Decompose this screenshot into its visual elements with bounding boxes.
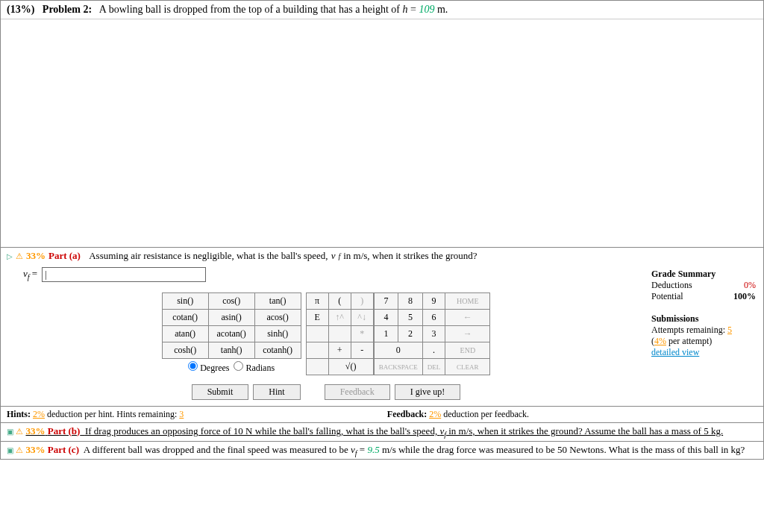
feedback-button[interactable]: Feedback <box>325 384 390 400</box>
key-5[interactable]: 5 <box>398 310 423 326</box>
problem-percent: (13%) <box>7 4 34 15</box>
part-a-label: Part (a) <box>48 250 81 262</box>
key-2[interactable]: 2 <box>398 326 423 342</box>
warning-icon: ⚠ <box>16 445 23 454</box>
key-dot[interactable]: . <box>422 342 445 359</box>
grade-title: Grade Summary <box>651 269 756 280</box>
key-e[interactable]: E <box>306 310 328 326</box>
key-blank1 <box>306 326 328 342</box>
key-cosh[interactable]: cosh() <box>162 342 208 359</box>
answer-input[interactable] <box>42 267 206 282</box>
key-left[interactable]: ← <box>445 310 490 326</box>
number-keypad: 789HOME 456← 123→ 0.END BACKSPACEDELCLEA… <box>374 292 491 375</box>
key-backspace[interactable]: BACKSPACE <box>374 359 422 375</box>
key-right[interactable]: → <box>445 326 490 342</box>
key-9[interactable]: 9 <box>422 293 445 310</box>
key-cotan[interactable]: cotan() <box>162 310 208 326</box>
collapse-icon[interactable]: ▣ <box>7 428 13 436</box>
key-acotan[interactable]: acotan() <box>208 326 254 342</box>
radians-radio[interactable]: Radians <box>234 363 275 373</box>
collapse-icon[interactable]: ▣ <box>7 446 13 454</box>
symbol-keypad: π() E↑^^↓ * +- √() <box>306 292 374 375</box>
key-sin[interactable]: sin() <box>162 293 208 310</box>
key-mult[interactable]: * <box>351 326 373 342</box>
warning-icon: ⚠ <box>16 251 23 261</box>
key-plus[interactable]: + <box>328 342 351 359</box>
expand-icon[interactable]: ▷ <box>7 252 13 260</box>
giveup-button[interactable]: I give up! <box>395 384 461 400</box>
grade-summary: Grade Summary Deductions0% Potential100%… <box>651 264 763 406</box>
key-cos[interactable]: cos() <box>208 293 254 310</box>
key-home[interactable]: HOME <box>445 293 490 310</box>
key-atan[interactable]: atan() <box>162 326 208 342</box>
problem-var: h <box>403 4 408 15</box>
key-sqrt[interactable]: √() <box>328 359 373 375</box>
key-end[interactable]: END <box>445 342 490 359</box>
hint-button[interactable]: Hint <box>253 384 300 400</box>
key-1[interactable]: 1 <box>374 326 398 342</box>
part-a-header: ▷ ⚠ 33% Part (a) Assuming air resistance… <box>1 248 763 264</box>
key-6[interactable]: 6 <box>422 310 445 326</box>
problem-text: A bowling ball is dropped from the top o… <box>99 4 403 15</box>
key-asin[interactable]: asin() <box>208 310 254 326</box>
key-lparen[interactable]: ( <box>328 293 351 310</box>
key-blank3 <box>306 359 328 375</box>
key-pi[interactable]: π <box>306 293 328 310</box>
key-acos[interactable]: acos() <box>254 310 301 326</box>
detailed-view-link[interactable]: detailed view <box>651 347 756 358</box>
degrees-radio[interactable]: Degrees <box>188 363 229 373</box>
key-supup[interactable]: ↑^ <box>328 310 351 326</box>
problem-label: Problem 2: <box>43 4 92 15</box>
key-3[interactable]: 3 <box>422 326 445 342</box>
problem-header: (13%) Problem 2: A bowling ball is dropp… <box>1 1 763 19</box>
part-c-row[interactable]: ▣ ⚠ 33% Part (c) A different ball was dr… <box>1 441 763 460</box>
warning-icon: ⚠ <box>16 427 23 436</box>
part-a-percent: 33% <box>26 250 46 262</box>
key-7[interactable]: 7 <box>374 293 398 310</box>
function-keypad: sin()cos()tan() cotan()asin()acos() atan… <box>162 292 301 375</box>
key-cotanh[interactable]: cotanh() <box>254 342 301 359</box>
key-tan[interactable]: tan() <box>254 293 301 310</box>
hints-bar: Hints: 2% deduction per hint. Hints rema… <box>1 406 763 422</box>
key-0[interactable]: 0 <box>374 342 422 359</box>
key-del[interactable]: DEL <box>422 359 445 375</box>
key-minus[interactable]: - <box>351 342 373 359</box>
submit-button[interactable]: Submit <box>192 384 249 400</box>
key-blank2 <box>306 342 328 359</box>
answer-lhs: vf = <box>23 268 37 281</box>
key-clear[interactable]: CLEAR <box>445 359 490 375</box>
key-supdown[interactable]: ^↓ <box>351 310 373 326</box>
submissions-title: Submissions <box>651 313 756 325</box>
key-8[interactable]: 8 <box>398 293 423 310</box>
part-b-row[interactable]: ▣ ⚠ 33% Part (b) If drag produces an opp… <box>1 422 763 441</box>
key-sinh[interactable]: sinh() <box>254 326 301 342</box>
problem-value: 109 <box>419 4 434 15</box>
key-rparen[interactable]: ) <box>351 293 373 310</box>
key-tanh[interactable]: tanh() <box>208 342 254 359</box>
key-slash[interactable] <box>328 326 351 342</box>
key-4[interactable]: 4 <box>374 310 398 326</box>
